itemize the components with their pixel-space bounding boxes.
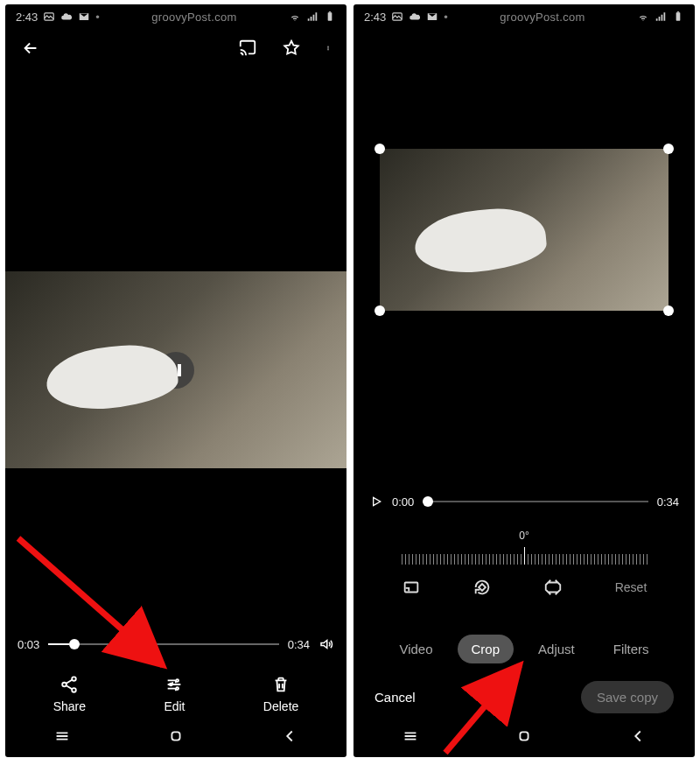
watermark: groovyPost.com	[151, 11, 236, 24]
rotation-value: 0°	[380, 530, 668, 542]
current-time: 0:00	[392, 495, 414, 509]
gmail-icon	[426, 11, 438, 23]
video-frame[interactable]	[5, 271, 346, 468]
svg-point-9	[177, 679, 179, 682]
svg-rect-15	[677, 11, 679, 12]
delete-button[interactable]: Delete	[263, 675, 298, 713]
editor-timeline[interactable]: 0:00 0:34	[354, 495, 695, 509]
volume-icon[interactable]	[318, 636, 334, 652]
status-time: 2:43	[16, 11, 38, 24]
android-nav-bar	[354, 719, 695, 757]
share-button[interactable]: Share	[53, 675, 86, 713]
image-icon	[391, 11, 403, 23]
duration-label: 0:34	[657, 495, 679, 509]
more-icon[interactable]	[326, 39, 331, 58]
editor-tabs: Video Crop Adjust Filters	[354, 635, 695, 663]
progress-track[interactable]	[48, 643, 278, 645]
svg-point-5	[328, 49, 329, 50]
wifi-icon	[289, 11, 301, 23]
back-nav-icon[interactable]	[628, 726, 648, 749]
reset-button[interactable]: Reset	[615, 580, 648, 594]
edit-icon	[164, 675, 184, 694]
battery-icon	[324, 11, 336, 23]
status-time: 2:43	[364, 11, 386, 24]
tab-crop[interactable]: Crop	[458, 635, 514, 663]
svg-rect-12	[172, 732, 179, 740]
progress-knob[interactable]	[423, 496, 433, 507]
video-content-placeholder	[44, 340, 180, 413]
delete-icon	[271, 675, 290, 694]
cancel-button[interactable]: Cancel	[374, 690, 416, 705]
crop-frame[interactable]	[380, 149, 668, 311]
svg-rect-14	[676, 12, 681, 20]
edit-label: Edit	[164, 699, 185, 713]
image-icon	[43, 11, 55, 23]
svg-rect-2	[329, 11, 331, 12]
status-bar: 2:43 • groovyPost.com	[5, 4, 346, 29]
crop-handle-tr[interactable]	[663, 144, 674, 154]
share-icon	[60, 675, 79, 694]
scrub-bar[interactable]: 0:03 0:34	[5, 636, 346, 652]
signal-icon	[654, 11, 667, 23]
viewer-screen: 2:43 • groovyPost.com	[5, 4, 346, 757]
cloud-icon	[60, 11, 73, 23]
tab-video[interactable]: Video	[385, 635, 446, 663]
cloud-icon	[409, 11, 421, 23]
play-icon[interactable]	[369, 495, 383, 509]
cast-icon[interactable]	[238, 39, 257, 58]
duration-label: 0:34	[288, 638, 310, 651]
editor-bottom-bar: Cancel Save copy	[354, 681, 695, 713]
svg-point-11	[177, 687, 179, 690]
star-icon[interactable]	[282, 39, 301, 58]
android-nav-bar	[5, 719, 346, 757]
watermark: groovyPost.com	[500, 11, 584, 24]
svg-point-3	[328, 46, 329, 47]
recents-nav-icon[interactable]	[52, 726, 72, 749]
svg-rect-1	[328, 12, 332, 20]
svg-rect-17	[479, 584, 486, 591]
back-button[interactable]	[21, 39, 40, 58]
rotation-ruler[interactable]: 0°	[380, 530, 668, 565]
svg-point-4	[328, 48, 329, 49]
video-content-placeholder	[412, 205, 549, 277]
home-nav-icon[interactable]	[514, 726, 534, 749]
edit-button[interactable]: Edit	[164, 675, 185, 713]
progress-track[interactable]	[423, 501, 648, 502]
signal-icon	[306, 11, 318, 23]
rotate-icon[interactable]	[472, 578, 492, 597]
progress-knob[interactable]	[69, 639, 80, 649]
crop-handle-br[interactable]	[663, 305, 674, 316]
top-toolbar	[5, 29, 346, 67]
battery-icon	[672, 11, 684, 23]
crop-handle-tl[interactable]	[374, 144, 385, 154]
home-nav-icon[interactable]	[166, 726, 186, 749]
crop-handle-bl[interactable]	[374, 305, 385, 316]
editor-screen: 2:43 • groovyPost.com	[354, 4, 695, 757]
crop-tools: Reset	[354, 578, 695, 597]
status-bar: 2:43 • groovyPost.com	[354, 4, 695, 29]
svg-rect-18	[520, 732, 528, 740]
back-nav-icon[interactable]	[280, 726, 299, 749]
wifi-icon	[637, 11, 649, 23]
delete-label: Delete	[263, 699, 298, 713]
current-time: 0:03	[18, 638, 39, 651]
recents-nav-icon[interactable]	[401, 726, 420, 749]
share-label: Share	[53, 699, 86, 713]
save-copy-button[interactable]: Save copy	[581, 681, 674, 713]
rotation-ticks[interactable]	[380, 545, 668, 565]
transform-icon[interactable]	[543, 578, 563, 597]
gmail-icon	[78, 11, 90, 23]
bottom-actions: Share Edit Delete	[5, 675, 346, 713]
annotation-arrow	[14, 534, 198, 696]
tab-filters[interactable]: Filters	[599, 635, 663, 663]
aspect-ratio-icon[interactable]	[402, 578, 421, 597]
tab-adjust[interactable]: Adjust	[524, 635, 589, 663]
